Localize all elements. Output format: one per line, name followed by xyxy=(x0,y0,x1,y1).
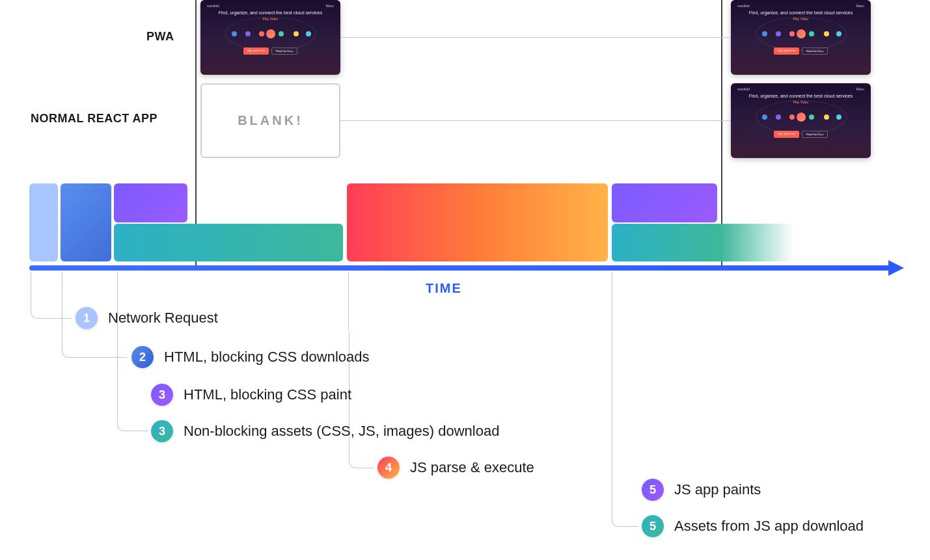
time-axis-arrow xyxy=(29,265,890,271)
legend-badge: 5 xyxy=(642,515,664,537)
bar-js-app-assets xyxy=(612,224,794,261)
connector-normal xyxy=(340,120,731,121)
legend-item-1: 1 Network Request xyxy=(75,307,218,329)
legend-text: JS parse & execute xyxy=(410,459,534,476)
thumb-headline: Find, organize, and connect the best clo… xyxy=(219,10,323,16)
screenshot-pwa-final: manifoldMenu Find, organize, and connect… xyxy=(731,0,871,75)
legend-item-5a: 5 JS app paints xyxy=(642,479,761,501)
legend-badge: 3 xyxy=(151,420,173,442)
pwa-vs-normal-timeline-diagram: PWA NORMAL REACT APP manifold Menu Find,… xyxy=(0,0,930,560)
orbit-graphic xyxy=(225,23,316,45)
row-label-normal: NORMAL REACT APP xyxy=(31,112,157,126)
thumb-topbar: manifold Menu xyxy=(207,4,334,8)
elbow-5 xyxy=(612,272,638,527)
brand-label: manifold xyxy=(207,4,219,8)
connector-pwa xyxy=(340,37,731,38)
legend-badge: 1 xyxy=(75,307,98,329)
menu-label: Menu xyxy=(325,4,334,8)
bar-js-app-paints xyxy=(612,183,717,222)
time-tick xyxy=(348,272,349,330)
legend-badge: 3 xyxy=(151,384,173,406)
screenshot-normal-blank: BLANK! xyxy=(200,83,340,158)
legend-item-3b: 3 Non-blocking assets (CSS, JS, images) … xyxy=(151,420,499,442)
screenshot-pwa-first-paint: manifold Menu Find, organize, and connec… xyxy=(200,0,340,75)
time-axis-label: TIME xyxy=(426,281,462,296)
legend-text: Non-blocking assets (CSS, JS, images) do… xyxy=(184,423,499,440)
legend-text: Assets from JS app download xyxy=(674,518,864,535)
legend-text: HTML, blocking CSS downloads xyxy=(164,349,369,366)
bar-html-css-download xyxy=(61,183,111,261)
legend-text: HTML, blocking CSS paint xyxy=(184,386,351,403)
bar-html-css-paint xyxy=(114,183,187,222)
bar-network-request xyxy=(29,183,58,261)
legend-item-4: 4 JS parse & execute xyxy=(377,457,534,479)
bar-nonblocking-assets xyxy=(114,224,343,261)
legend-badge: 5 xyxy=(642,479,664,501)
bar-js-parse-execute xyxy=(347,183,608,261)
legend-item-2: 2 HTML, blocking CSS downloads xyxy=(131,346,369,368)
screenshot-normal-final: manifoldMenu Find, organize, and connect… xyxy=(731,83,871,158)
timeline-bars xyxy=(29,183,901,268)
legend-badge: 4 xyxy=(377,457,400,479)
legend-item-3a: 3 HTML, blocking CSS paint xyxy=(151,384,351,406)
row-label-pwa: PWA xyxy=(146,30,174,44)
legend-item-5b: 5 Assets from JS app download xyxy=(642,515,864,537)
legend-text: JS app paints xyxy=(674,481,761,498)
legend-text: Network Request xyxy=(108,310,218,327)
legend-badge: 2 xyxy=(131,346,154,368)
